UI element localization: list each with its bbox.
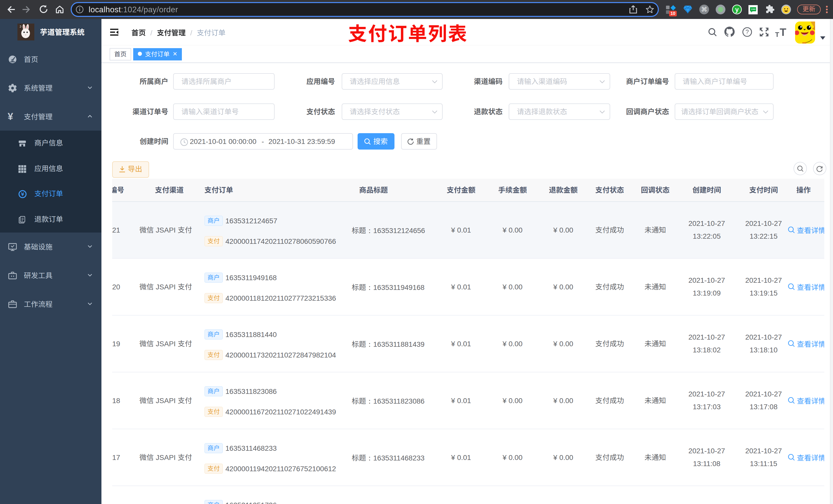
svg-text:￥: ￥: [20, 192, 25, 197]
svg-text:?: ?: [746, 29, 749, 35]
svg-text:y: y: [735, 6, 738, 13]
svg-text:⌘: ⌘: [701, 6, 707, 13]
